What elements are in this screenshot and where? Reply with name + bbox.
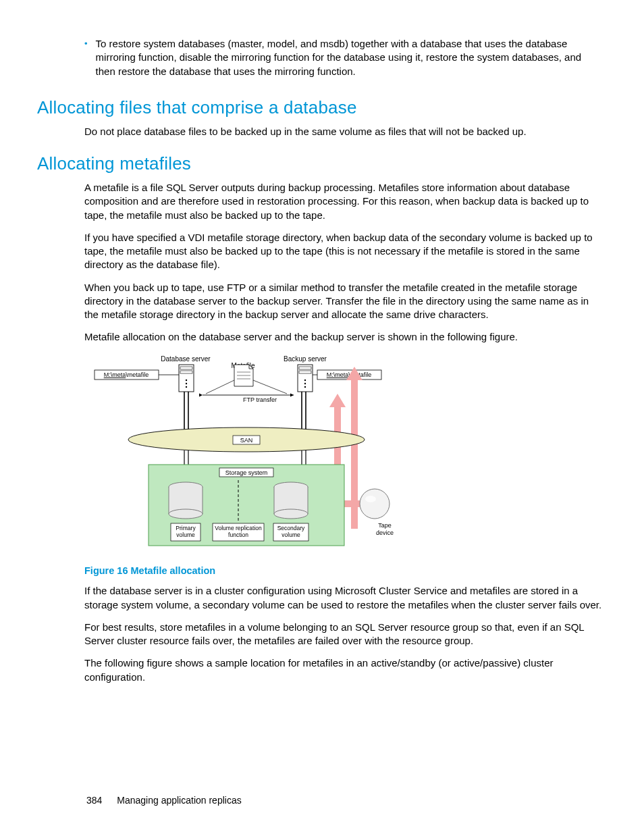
bullet-item: • To restore system databases (master, m…: [84, 37, 603, 78]
page-number: 384: [86, 795, 102, 806]
label-ftp: FTP transfer: [243, 396, 277, 403]
bullet-text: To restore system databases (master, mod…: [96, 37, 603, 78]
svg-point-46: [360, 489, 390, 519]
svg-line-21: [253, 380, 287, 394]
paragraph: A metafile is a file SQL Server outputs …: [84, 181, 603, 222]
bullet-dot-icon: •: [84, 37, 88, 78]
svg-point-47: [365, 496, 376, 502]
label-bk-server: Backup server: [284, 355, 327, 363]
paragraph: Metafile allocation on the database serv…: [84, 330, 603, 344]
svg-line-20: [206, 380, 234, 394]
svg-point-36: [169, 509, 203, 519]
heading-allocating-files: Allocating files that comprise a databas…: [37, 97, 603, 118]
bullet-list: • To restore system databases (master, m…: [84, 37, 603, 78]
svg-point-11: [304, 379, 306, 380]
paragraph: When you back up to tape, use FTP or a s…: [84, 281, 603, 322]
svg-point-6: [186, 382, 187, 384]
metafile-doc-icon: [234, 365, 253, 386]
svg-point-5: [186, 379, 187, 380]
label-db-server: Database server: [161, 355, 211, 363]
paragraph: Do not place database files to be backed…: [84, 125, 603, 138]
figure-metafile-allocation: Database server Backup server Metafile M…: [84, 353, 603, 559]
primary-volume-icon: [169, 482, 203, 519]
secondary-volume-icon: [274, 482, 308, 519]
page-footer: 384 Managing application replicas: [86, 795, 242, 806]
paragraph: If you have specified a VDI metafile sto…: [84, 231, 603, 272]
heading-allocating-metafiles: Allocating metafiles: [37, 153, 603, 174]
label-tape: Tapedevice: [376, 522, 394, 536]
svg-point-7: [186, 386, 187, 387]
label-storage: Storage system: [225, 469, 268, 476]
label-primary: Primaryvolume: [176, 525, 196, 538]
label-san: SAN: [240, 437, 253, 444]
label-path-left: M:\meta\metafile: [104, 371, 149, 378]
svg-point-41: [274, 509, 308, 519]
paragraph: If the database server is in a cluster c…: [84, 584, 603, 612]
svg-point-12: [304, 382, 306, 384]
paragraph: The following figure shows a sample loca…: [84, 656, 603, 684]
svg-point-13: [304, 386, 306, 387]
figure-caption: Figure 16 Metafile allocation: [84, 565, 603, 578]
tape-device-icon: [360, 489, 390, 519]
bk-server-icon: [298, 365, 313, 392]
paragraph: For best results, store metafiles in a v…: [84, 621, 603, 648]
footer-title: Managing application replicas: [117, 795, 241, 806]
db-server-icon: [179, 365, 194, 392]
